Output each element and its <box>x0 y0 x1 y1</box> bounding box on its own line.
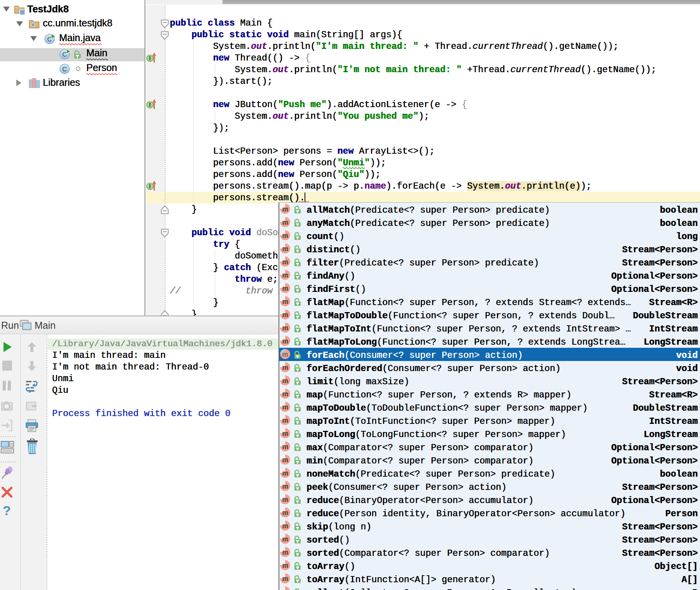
svg-text:m: m <box>282 469 288 477</box>
svg-text:m: m <box>282 535 288 543</box>
svg-text:m: m <box>282 562 288 569</box>
svg-text:m: m <box>282 575 288 583</box>
svg-text:m: m <box>282 205 288 213</box>
svg-text:m: m <box>282 588 288 590</box>
svg-text:m: m <box>282 351 288 358</box>
svg-text:m: m <box>282 337 288 345</box>
svg-text:m: m <box>282 298 288 305</box>
svg-text:m: m <box>282 219 288 226</box>
svg-text:I: I <box>149 55 151 61</box>
svg-text:m: m <box>282 364 288 371</box>
svg-text:m: m <box>282 496 288 503</box>
svg-text:I: I <box>149 102 151 108</box>
svg-text:m: m <box>282 509 288 517</box>
svg-text:m: m <box>282 324 288 332</box>
svg-text:m: m <box>282 232 288 239</box>
svg-text:m: m <box>282 403 288 411</box>
svg-text:m: m <box>282 456 288 464</box>
svg-text:m: m <box>282 258 288 266</box>
svg-text:m: m <box>282 548 288 556</box>
svg-text:m: m <box>282 271 288 279</box>
svg-text:m: m <box>282 482 288 490</box>
svg-text:m: m <box>282 390 288 398</box>
svg-text:m: m <box>282 522 288 530</box>
svg-text:I: I <box>149 183 151 189</box>
svg-text:m: m <box>282 430 288 437</box>
svg-text:m: m <box>282 443 288 451</box>
svg-text:m: m <box>282 285 288 292</box>
svg-text:m: m <box>282 377 288 385</box>
svg-text:m: m <box>282 245 288 253</box>
svg-text:m: m <box>282 416 288 424</box>
svg-text:C: C <box>62 66 67 73</box>
svg-text:m: m <box>282 311 288 319</box>
